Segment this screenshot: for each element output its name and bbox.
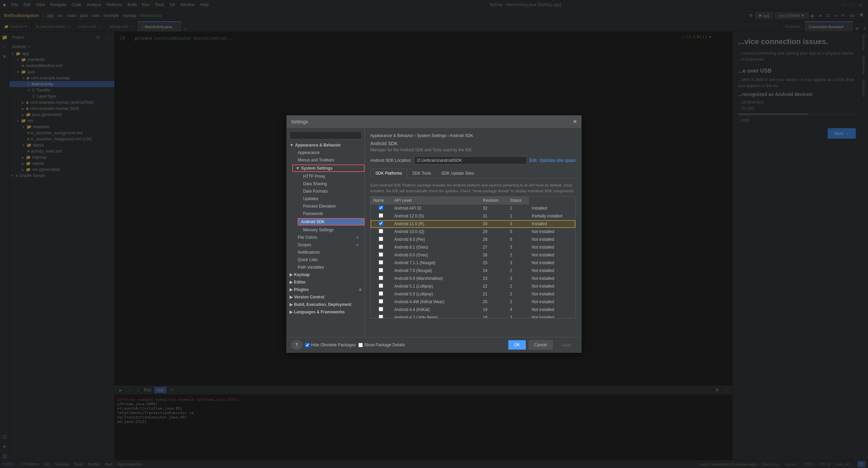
sdk-table-row-7[interactable]: Android 7.1.1 (Nougat)253Not installed <box>371 259 575 267</box>
sdk-row-checkbox-7[interactable] <box>379 260 383 265</box>
sdk-table-row-3[interactable]: Android 10.0 (Q)295Not installed <box>371 228 575 236</box>
sdk-row-checkbox-14[interactable] <box>379 315 383 318</box>
scopes-shortcut: ⚙ <box>356 243 359 247</box>
sdk-row-checkbox-12[interactable] <box>379 299 383 304</box>
sdk-row-checkbox-11[interactable] <box>379 291 383 296</box>
sdk-row-rev-6: 2 <box>507 251 529 259</box>
sdk-tab-platforms[interactable]: SDK Platforms <box>370 169 407 178</box>
sdk-row-checkbox-6[interactable] <box>379 252 383 257</box>
nav-process-elevation[interactable]: Process Elevation <box>298 202 364 210</box>
sdk-row-name-0: Android API 32 <box>392 204 480 212</box>
ok-btn[interactable]: OK <box>508 340 526 350</box>
sdk-row-checkbox-5[interactable] <box>379 245 383 249</box>
sdk-row-checkbox-3[interactable] <box>379 229 383 233</box>
sdk-table-row-2[interactable]: Android 11.0 (R)303Installed <box>371 220 575 228</box>
sdk-table-row-8[interactable]: Android 7.0 (Nougat)242Not installed <box>371 267 575 275</box>
cancel-btn[interactable]: Cancel <box>529 340 553 350</box>
sdk-table-row-6[interactable]: Android 8.0 (Oreo)262Not installed <box>371 251 575 259</box>
nav-file-colors[interactable]: File Colors ⚙ <box>292 234 364 241</box>
sdk-row-checkbox-9[interactable] <box>379 276 383 280</box>
nav-path-variables[interactable]: Path Variables <box>292 264 364 271</box>
nav-passwords[interactable]: Passwords <box>298 210 364 217</box>
nav-scopes[interactable]: Scopes ⚙ <box>292 241 364 249</box>
sdk-row-checkbox-13[interactable] <box>379 307 383 311</box>
sdk-row-name-1: Android 12.0 (S) <box>392 212 480 220</box>
appearance-expand-icon: ▼ <box>290 143 294 148</box>
hide-obsolete-checkbox[interactable] <box>305 343 310 347</box>
dialog-body: ▼ Appearance & Behavior Appearance Menus… <box>287 128 581 337</box>
nav-http-proxy[interactable]: HTTP Proxy <box>298 173 364 180</box>
nav-appearance[interactable]: Appearance <box>292 149 364 156</box>
sdk-row-checkbox-2[interactable] <box>379 221 383 226</box>
menus-label: Menus and Toolbars <box>298 158 334 162</box>
sdk-row-name-14: Android 4.3 (Jelly Bean) <box>392 314 480 319</box>
sdk-row-checkbox-8[interactable] <box>379 268 383 272</box>
sdk-tab-update-sites[interactable]: SDK Update Sites <box>436 169 479 178</box>
sdk-row-name-8: Android 7.0 (Nougat) <box>392 267 480 275</box>
nav-updates[interactable]: Updates <box>298 195 364 202</box>
sdk-row-rev-10: 2 <box>507 282 529 290</box>
sdk-table-row-13[interactable]: Android 4.4 (KitKat)194Not installed <box>371 306 575 314</box>
sdk-row-status-14: Not installed <box>529 314 575 319</box>
nav-editor[interactable]: ▶ Editor <box>287 278 364 286</box>
footer-left: ? Hide Obsolete Packages Show Package De… <box>291 340 405 350</box>
sdk-table-row-14[interactable]: Android 4.3 (Jelly Bean)183Not installed <box>371 314 575 319</box>
sdk-row-checkbox-0[interactable] <box>379 206 383 210</box>
nav-android-sdk[interactable]: Android SDK <box>298 218 364 226</box>
nav-menus-toolbars[interactable]: Menus and Toolbars <box>292 156 364 164</box>
nav-build[interactable]: ▶ Build, Execution, Deployment <box>287 301 364 308</box>
sdk-tab-tools[interactable]: SDK Tools <box>407 169 436 178</box>
sdk-optimize-link[interactable]: Optimize disk space <box>539 158 576 163</box>
sdk-row-status-1: Partially installed <box>529 212 575 220</box>
sdk-table-row-1[interactable]: Android 12.0 (S)311Partially installed <box>371 212 575 220</box>
settings-search-input[interactable] <box>290 131 362 139</box>
show-package-checkbox[interactable] <box>358 343 363 347</box>
sdk-table-row-5[interactable]: Android 8.1 (Oreo)273Not installed <box>371 243 575 251</box>
nav-data-sharing[interactable]: Data Sharing <box>298 180 364 188</box>
nav-languages[interactable]: ▶ Languages & Frameworks <box>287 308 364 316</box>
sdk-col-api[interactable]: API Level <box>392 197 480 204</box>
nav-keymap[interactable]: ▶ Keymap <box>287 271 364 278</box>
sdk-row-name-9: Android 6.0 (Marshmallow) <box>392 275 480 282</box>
sdk-col-revision[interactable]: Revision <box>480 197 507 204</box>
sdk-row-checkbox-cell-3 <box>371 228 392 236</box>
sdk-table-row-4[interactable]: Android 9.0 (Pie)286Not installed <box>371 236 575 243</box>
nav-system-settings[interactable]: ▼ System Settings <box>292 164 364 172</box>
sdk-row-api-9: 23 <box>480 275 507 282</box>
sdk-row-status-11: Not installed <box>529 290 575 298</box>
sdk-row-name-11: Android 5.0 (Lollipop) <box>392 290 480 298</box>
sdk-row-checkbox-cell-10 <box>371 282 392 290</box>
dialog-close-btn[interactable]: ✕ <box>573 118 577 125</box>
sdk-table: Name API Level Revision Status Android A… <box>371 197 575 318</box>
sdk-location-input[interactable] <box>414 156 527 164</box>
plugins-shortcut: ⚙ <box>359 288 362 292</box>
sdk-table-row-0[interactable]: Android API 32321Installed <box>371 204 575 212</box>
sdk-row-api-7: 25 <box>480 259 507 267</box>
apply-btn[interactable]: Apply <box>555 340 577 350</box>
sdk-row-rev-9: 3 <box>507 275 529 282</box>
sdk-table-row-10[interactable]: Android 5.1 (Lollipop)222Not installed <box>371 282 575 290</box>
sdk-table-wrapper[interactable]: Name API Level Revision Status Android A… <box>370 196 576 318</box>
nav-plugins[interactable]: ▶ Plugins ⚙ <box>287 286 364 293</box>
sdk-row-status-8: Not installed <box>529 267 575 275</box>
sdk-edit-link[interactable]: Edit <box>530 158 537 163</box>
nav-quick-lists[interactable]: Quick Lists <box>292 256 364 264</box>
nav-memory-settings[interactable]: Memory Settings <box>298 226 364 234</box>
http-proxy-label: HTTP Proxy <box>303 174 325 179</box>
sdk-table-row-9[interactable]: Android 6.0 (Marshmallow)233Not installe… <box>371 275 575 282</box>
sdk-row-checkbox-10[interactable] <box>379 284 383 288</box>
sdk-row-checkbox-4[interactable] <box>379 237 383 241</box>
content-desc-text: Manager for the Android SDK and Tools us… <box>370 148 472 152</box>
sdk-table-row-12[interactable]: Android 4.4W (KitKat Wear)202Not install… <box>371 298 575 306</box>
nav-appearance-behavior[interactable]: ▼ Appearance & Behavior <box>287 141 364 149</box>
sdk-table-row-11[interactable]: Android 5.0 (Lollipop)212Not installed <box>371 290 575 298</box>
sdk-col-status[interactable]: Status <box>507 197 529 204</box>
sdk-col-name[interactable]: Name <box>371 197 392 204</box>
nav-notifications[interactable]: Notifications <box>292 249 364 256</box>
notifications-label: Notifications <box>298 250 320 255</box>
help-btn[interactable]: ? <box>291 340 302 350</box>
nav-version-control[interactable]: ▶ Version Control <box>287 293 364 301</box>
nav-date-formats[interactable]: Date Formats <box>298 188 364 195</box>
scopes-label: Scopes <box>298 242 311 247</box>
sdk-row-checkbox-1[interactable] <box>379 213 383 218</box>
